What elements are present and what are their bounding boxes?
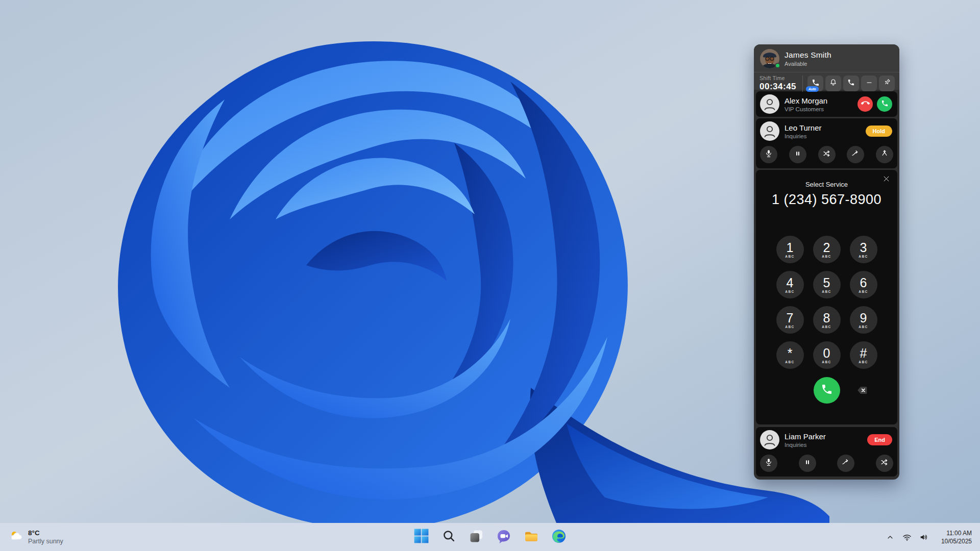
- shuffle-button[interactable]: [876, 455, 893, 472]
- dialer-card: Select Service 1 (234) 567-8900 1ABC 2AB…: [756, 170, 897, 424]
- taskbar-center-icons: [411, 523, 569, 551]
- microphone-icon: [764, 458, 773, 469]
- caller-name: Liam Parker: [785, 432, 826, 441]
- answer-call-button[interactable]: [877, 96, 892, 112]
- decline-call-button[interactable]: [857, 96, 873, 112]
- dialpad-key-0[interactable]: 0ABC: [813, 341, 841, 369]
- caller-queue: VIP Customers: [785, 106, 827, 112]
- dialpad-key-2[interactable]: 2ABC: [813, 236, 841, 263]
- partly-sunny-icon: [9, 529, 23, 545]
- pause-icon: [803, 458, 812, 468]
- transfer-arrow-icon: [841, 458, 850, 469]
- incoming-call-card: Alex Morgan VIP Customers: [756, 91, 897, 117]
- edge-browser-button[interactable]: [549, 527, 569, 547]
- dialpad-key-star[interactable]: *ABC: [776, 341, 804, 369]
- dialpad-key-7[interactable]: 7ABC: [776, 306, 804, 334]
- file-explorer-button[interactable]: [521, 527, 542, 547]
- call-bar: [756, 377, 897, 404]
- hidden-icons-chevron[interactable]: [884, 531, 897, 544]
- volume-icon[interactable]: [917, 531, 930, 544]
- start-button[interactable]: [411, 527, 431, 547]
- phone-icon: [821, 383, 833, 397]
- softphone-panel: James Smith Available Shift Time 00:34:4…: [754, 44, 899, 480]
- status-dot-available: [775, 63, 780, 68]
- transfer-button[interactable]: [847, 146, 864, 163]
- dialpad-key-1[interactable]: 1ABC: [776, 236, 804, 263]
- minimize-button[interactable]: [861, 76, 877, 91]
- dialpad-key-3[interactable]: 3ABC: [850, 236, 877, 263]
- folder-icon: [524, 529, 539, 546]
- active-call-card: Liam Parker Inquiries End: [756, 427, 897, 477]
- dialpad-key-6[interactable]: 6ABC: [850, 271, 877, 298]
- close-dialer-button[interactable]: [881, 175, 891, 184]
- call-controls: [756, 453, 897, 472]
- windows-logo-icon: [414, 529, 429, 545]
- pin-button[interactable]: [879, 76, 895, 91]
- teams-chat-button[interactable]: [494, 527, 514, 547]
- shuffle-icon: [822, 149, 831, 160]
- dialpad-key-pound[interactable]: #ABC: [850, 341, 877, 369]
- vertical-divider: [802, 76, 803, 92]
- held-call-card: Leo Turner Inquiries Hold: [756, 118, 897, 168]
- task-view-button[interactable]: [466, 527, 486, 547]
- merge-up-icon: [880, 149, 889, 160]
- dialpad-key-5[interactable]: 5ABC: [813, 271, 841, 298]
- end-call-badge[interactable]: End: [867, 434, 892, 445]
- weather-widget[interactable]: 8°C Partly sunny: [6, 523, 66, 551]
- dialpad: 1ABC 2ABC 3ABC 4ABC 5ABC 6ABC 7ABC 8ABC …: [756, 236, 897, 369]
- clock-widget[interactable]: 11:00 AM 10/05/2025: [938, 527, 975, 547]
- pin-icon: [883, 78, 891, 89]
- taskbar: 8°C Partly sunny: [0, 523, 980, 551]
- teams-chat-icon: [496, 528, 512, 546]
- dialer-title: Select Service: [756, 181, 897, 188]
- notifications-button[interactable]: [825, 76, 841, 91]
- dial-button[interactable]: [843, 76, 859, 91]
- system-tray: 11:00 AM 10/05/2025: [884, 523, 975, 551]
- caller-queue: Inquiries: [785, 442, 826, 448]
- caller-name: Leo Turner: [785, 123, 822, 132]
- dialpad-key-4[interactable]: 4ABC: [776, 271, 804, 298]
- phone-down-icon: [861, 99, 870, 110]
- auto-dial-button[interactable]: Auto: [807, 76, 823, 91]
- weather-condition: Partly sunny: [28, 538, 63, 545]
- dialpad-key-9[interactable]: 9ABC: [850, 306, 877, 334]
- shuffle-button[interactable]: [818, 146, 836, 163]
- agent-status: Available: [785, 61, 831, 67]
- minus-icon: [865, 79, 873, 89]
- merge-button[interactable]: [876, 146, 893, 163]
- shuffle-icon: [880, 458, 889, 469]
- backspace-icon: [855, 390, 868, 398]
- agent-avatar: [760, 49, 779, 68]
- wifi-icon[interactable]: [900, 531, 914, 544]
- tray-date: 10/05/2025: [941, 537, 972, 545]
- shift-time-label: Shift Time: [760, 75, 796, 81]
- phone-icon: [881, 99, 889, 109]
- phone-icon: [847, 79, 855, 88]
- search-icon: [442, 529, 456, 545]
- softphone-toolbar: Auto: [807, 76, 895, 91]
- backspace-button[interactable]: [855, 384, 868, 399]
- mute-button[interactable]: [760, 455, 777, 472]
- close-icon: [883, 175, 890, 185]
- agent-name: James Smith: [785, 51, 831, 60]
- edge-logo-icon: [551, 529, 567, 546]
- caller-avatar: [760, 121, 779, 141]
- pause-icon: [794, 149, 802, 160]
- place-call-button[interactable]: [814, 377, 840, 404]
- caller-queue: Inquiries: [785, 133, 822, 139]
- bell-icon: [829, 78, 838, 89]
- hold-badge[interactable]: Hold: [866, 126, 892, 137]
- hold-button[interactable]: [789, 146, 806, 163]
- task-view-icon: [469, 529, 484, 546]
- hold-button[interactable]: [799, 455, 816, 472]
- transfer-button[interactable]: [837, 455, 854, 472]
- caller-name: Alex Morgan: [785, 96, 827, 105]
- shift-time-value: 00:34:45: [760, 82, 796, 92]
- auto-badge: Auto: [806, 86, 819, 92]
- mute-button[interactable]: [760, 146, 777, 163]
- caller-avatar: [760, 94, 779, 114]
- search-button[interactable]: [438, 527, 459, 547]
- dialpad-key-8[interactable]: 8ABC: [813, 306, 841, 334]
- weather-temperature: 8°C: [28, 529, 63, 537]
- dialed-number: 1 (234) 567-8900: [756, 192, 897, 208]
